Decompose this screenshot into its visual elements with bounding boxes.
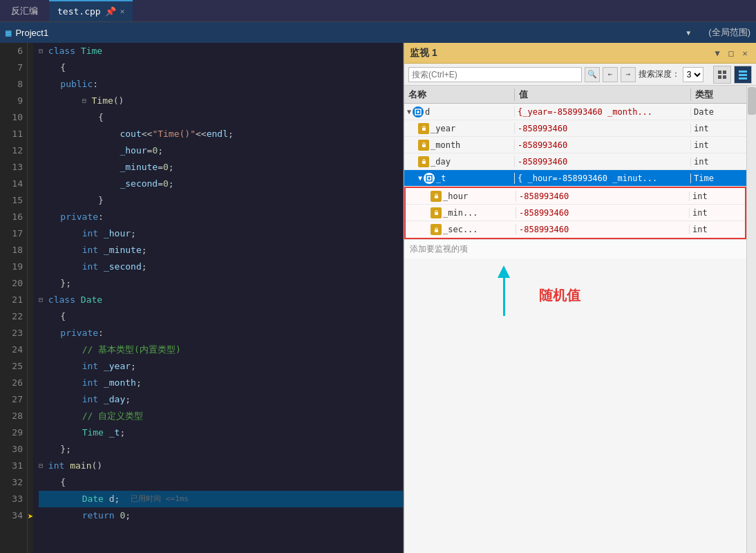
- svg-rect-0: [718, 71, 721, 74]
- watch-row-year[interactable]: _year -858993460 int: [404, 120, 746, 137]
- current-line: Date d; 已用时间 <=1ms: [39, 491, 403, 507]
- col-name: 名称: [404, 88, 515, 101]
- watch-value-day: -858993460: [515, 157, 691, 167]
- code-line: ⊟ class Time: [39, 43, 403, 59]
- code-editor: 678910 1112131415 1617181920 2122232425 …: [0, 43, 404, 553]
- svg-rect-9: [422, 144, 426, 147]
- watch-value-month: -858993460: [515, 140, 691, 150]
- code-line: _minute = 0;: [39, 159, 403, 176]
- watch-row-d[interactable]: ▼ d {_year=-858993460 _month... Date: [404, 104, 746, 120]
- watch-nav-back-btn[interactable]: ←: [603, 67, 618, 82]
- arrow-head: [498, 265, 510, 278]
- watch-type-day: int: [691, 157, 746, 167]
- field-icon-min: [431, 207, 442, 218]
- watch-name-hour: _hour: [406, 191, 516, 202]
- watch-name-cell: d: [425, 107, 430, 117]
- code-line: _second = 0;: [39, 176, 403, 192]
- watch-value-year: -858993460: [515, 124, 691, 133]
- code-line: {: [39, 59, 403, 76]
- depth-label: 搜索深度：: [639, 68, 680, 80]
- watch-restore-btn[interactable]: □: [726, 48, 737, 59]
- watch-name-t: ▼ _t: [404, 173, 515, 184]
- watch-table-header: 名称 值 类型: [404, 86, 746, 104]
- code-line: Time _t;: [39, 424, 403, 441]
- annotation-arrow: [498, 265, 510, 316]
- code-line: ⊟ Time(): [39, 93, 403, 109]
- svg-rect-6: [739, 77, 747, 79]
- svg-rect-13: [435, 212, 438, 215]
- code-line: ⊟ class Date: [39, 292, 403, 308]
- field-icon-year: [418, 123, 429, 134]
- watch-name-cell-sec: _sec...: [443, 225, 478, 234]
- watch-type-hour: int: [690, 191, 745, 201]
- arrow-shaft: [503, 278, 505, 316]
- field-icon-d: [413, 106, 424, 118]
- watch-toolbar-btn2[interactable]: [734, 66, 752, 84]
- svg-rect-10: [422, 161, 426, 164]
- code-line: int _hour;: [39, 225, 403, 242]
- watch-nav-forward-btn[interactable]: →: [621, 67, 636, 82]
- svg-rect-1: [723, 71, 726, 74]
- add-watch-row[interactable]: 添加要监视的项: [404, 239, 746, 259]
- watch-name-cell-hour: _hour: [443, 191, 468, 201]
- watch-scrollbar[interactable]: [746, 86, 756, 553]
- code-line: {: [39, 308, 403, 325]
- red-box-group: _hour -858993460 int _min... -: [404, 187, 746, 239]
- watch-name-year: _year: [404, 123, 515, 134]
- watch-search-input[interactable]: [408, 67, 582, 82]
- watch-name-cell: _day: [431, 157, 451, 167]
- field-icon-hour: [431, 191, 442, 202]
- tab-bar: 反汇编 test.cpp 📌 ✕: [0, 0, 756, 22]
- watch-row-min[interactable]: _min... -858993460 int: [406, 205, 745, 221]
- watch-name-min: _min...: [406, 207, 516, 218]
- code-line: int _year;: [39, 358, 403, 375]
- project-bar: ▦ Project1 ▼ (全局范围): [0, 22, 756, 43]
- watch-name-cell: _month: [431, 140, 460, 150]
- depth-select[interactable]: 3 1 2 4 5: [683, 67, 703, 82]
- svg-rect-12: [435, 196, 438, 198]
- code-content: ⊟ class Time { public: ⊟ Time(): [33, 43, 403, 553]
- svg-rect-2: [718, 75, 721, 79]
- watch-search-icon-btn[interactable]: 🔍: [585, 67, 600, 82]
- field-icon-sec: [431, 224, 442, 235]
- close-tab-icon[interactable]: ✕: [120, 7, 125, 16]
- watch-close-btn[interactable]: ✕: [739, 48, 750, 59]
- watch-name-d: ▼ d: [404, 106, 515, 118]
- watch-row-t[interactable]: ▼ _t { _hour=-858993460 _minut... Time: [404, 170, 746, 187]
- code-line: ⊟ int main(): [39, 458, 403, 474]
- watch-name-day: _day: [404, 156, 515, 167]
- watch-row-day[interactable]: _day -858993460 int: [404, 153, 746, 170]
- code-line: int _minute;: [39, 242, 403, 259]
- watch-table-content: 名称 值 类型 ▼ d {_year=-858993460 _month... …: [404, 86, 746, 553]
- code-line: {: [39, 474, 403, 491]
- project-dropdown[interactable]: ▼: [686, 29, 690, 37]
- watch-value-t: { _hour=-858993460 _minut...: [515, 174, 691, 183]
- col-value: 值: [515, 88, 691, 101]
- watch-dropdown-btn[interactable]: ▼: [712, 48, 723, 59]
- col-type: 类型: [691, 88, 746, 101]
- watch-title: 监视 1: [410, 47, 437, 59]
- code-line: int _second;: [39, 259, 403, 275]
- watch-panel: 监视 1 ▼ □ ✕ 🔍 ← → 搜索深度： 3 1 2 4 5: [404, 43, 756, 553]
- field-icon-month: [418, 140, 429, 151]
- code-line: };: [39, 275, 403, 292]
- watch-row-hour[interactable]: _hour -858993460 int: [406, 188, 745, 205]
- annotation-area: 随机值: [404, 259, 746, 348]
- watch-toolbar-btn1[interactable]: [713, 66, 731, 84]
- watch-row-sec[interactable]: _sec... -858993460 int: [406, 221, 745, 238]
- expand-arrow[interactable]: ▼: [407, 108, 411, 115]
- line-indicator: ➤: [28, 43, 33, 553]
- svg-rect-14: [435, 229, 438, 232]
- code-line: };: [39, 441, 403, 458]
- expand-arrow-t[interactable]: ▼: [418, 174, 422, 182]
- watch-name-cell: _year: [431, 124, 455, 133]
- code-line: }: [39, 192, 403, 209]
- field-icon-day: [418, 156, 429, 167]
- code-line: int _day;: [39, 391, 403, 408]
- watch-name-cell-t: _t: [436, 174, 446, 183]
- svg-rect-4: [739, 71, 747, 73]
- tab-decompile[interactable]: 反汇编: [0, 0, 49, 21]
- watch-row-month[interactable]: _month -858993460 int: [404, 137, 746, 153]
- watch-title-bar: 监视 1 ▼ □ ✕: [404, 43, 756, 64]
- tab-file[interactable]: test.cpp 📌 ✕: [49, 0, 133, 21]
